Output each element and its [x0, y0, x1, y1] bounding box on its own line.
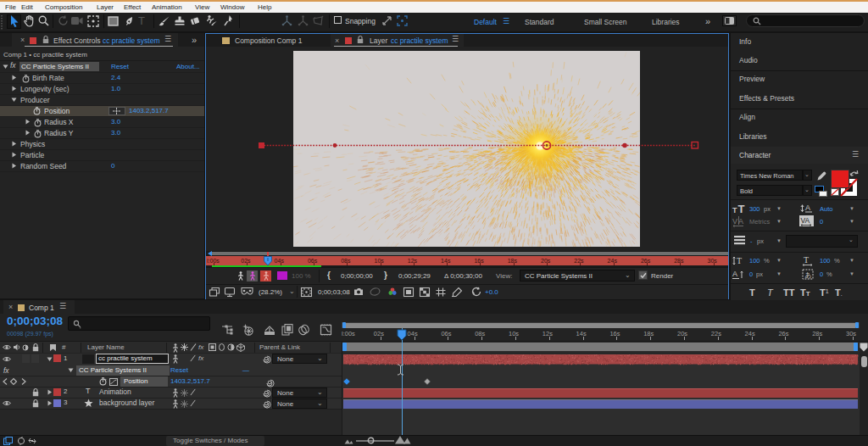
svg-text:VA: VA [801, 216, 810, 225]
svg-text:A: A [805, 203, 810, 212]
svg-text:V: V [732, 217, 737, 226]
svg-text:T: T [804, 255, 809, 265]
svg-text:T: T [737, 256, 742, 265]
svg-text:A: A [732, 270, 737, 278]
svg-text:あ: あ [805, 271, 812, 279]
svg-text:A: A [738, 217, 743, 226]
svg-text:T: T [732, 206, 737, 215]
svg-text:T: T [738, 203, 745, 215]
